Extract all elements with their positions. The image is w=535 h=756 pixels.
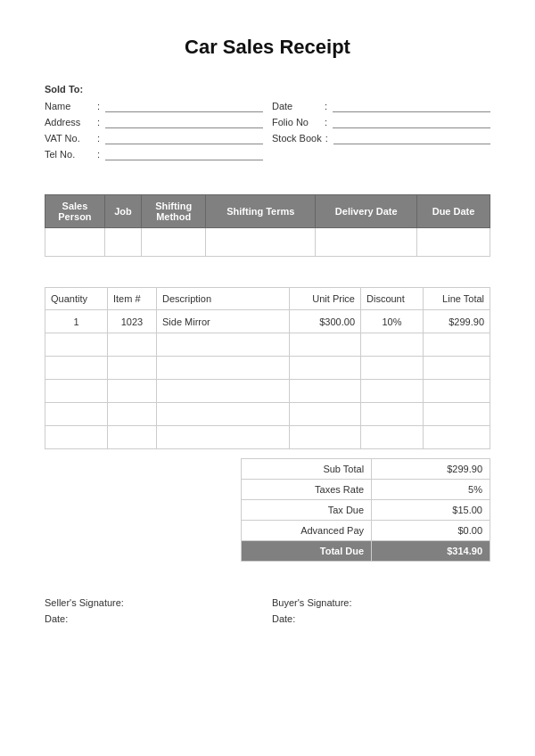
subtotal-label: Sub Total (242, 459, 372, 480)
item-row (45, 426, 490, 449)
page-title: Car Sales Receipt (45, 36, 490, 59)
col-description: Description (157, 288, 290, 310)
sold-to-section: Sold To: Name : Address : VAT No. : Tel … (45, 84, 490, 164)
item-qty: 1 (45, 310, 108, 333)
col-shifting-method: ShiftingMethod (142, 195, 206, 228)
total-due-row: Total Due $314.90 (242, 541, 490, 562)
item-row (45, 403, 490, 426)
buyer-date-label: Date: (272, 613, 490, 624)
item-num: 1023 (108, 310, 157, 333)
item-desc: Side Mirror (157, 310, 290, 333)
total-due-value: $314.90 (372, 541, 490, 562)
name-input[interactable] (105, 100, 263, 112)
items-table: Quantity Item # Description Unit Price D… (45, 287, 490, 449)
col-unit-price: Unit Price (290, 288, 361, 310)
col-due-date: Due Date (417, 195, 490, 228)
date-field-row: Date : (272, 100, 490, 112)
col-item-num: Item # (108, 288, 157, 310)
stockbook-field-row: Stock Book : (272, 132, 490, 144)
col-line-total: Line Total (424, 288, 490, 310)
advanced-pay-label: Advanced Pay (242, 521, 372, 541)
item-line-total: $299.90 (424, 310, 490, 333)
seller-signature-label: Seller's Signature: (45, 597, 263, 608)
item-discount: 10% (361, 310, 424, 333)
vat-label: VAT No. (45, 133, 94, 144)
tax-due-row: Tax Due $15.00 (242, 500, 490, 521)
tel-field-row: Tel No. : (45, 148, 263, 160)
date-label: Date (272, 101, 321, 111)
item-row (45, 380, 490, 403)
taxes-rate-label: Taxes Rate (242, 480, 372, 500)
address-field-row: Address : (45, 116, 263, 128)
stockbook-label: Stock Book (272, 133, 322, 144)
stockbook-input[interactable] (333, 132, 490, 144)
subtotal-row: Sub Total $299.90 (242, 459, 490, 480)
address-input[interactable] (105, 116, 263, 128)
advanced-pay-value: $0.00 (372, 521, 490, 541)
col-quantity: Quantity (45, 288, 108, 310)
col-shifting-terms: Shifting Terms (206, 195, 316, 228)
tax-due-value: $15.00 (372, 500, 490, 521)
name-label: Name (45, 101, 94, 111)
item-row: 1 1023 Side Mirror $300.00 10% $299.90 (45, 310, 490, 333)
buyer-signature-block: Buyer's Signature: Date: (272, 597, 490, 629)
col-discount: Discount (361, 288, 424, 310)
item-row (45, 333, 490, 357)
shipping-row (45, 228, 490, 257)
item-unit-price: $300.00 (290, 310, 361, 333)
address-label: Address (45, 117, 94, 127)
vat-input[interactable] (105, 132, 263, 144)
sold-to-heading: Sold To: (45, 84, 490, 94)
seller-signature-block: Seller's Signature: Date: (45, 597, 263, 629)
signatures-section: Seller's Signature: Date: Buyer's Signat… (45, 597, 490, 629)
tax-due-label: Tax Due (242, 500, 372, 521)
shipping-table: SalesPerson Job ShiftingMethod Shifting … (45, 194, 490, 257)
name-field-row: Name : (45, 100, 263, 112)
taxes-rate-row: Taxes Rate 5% (242, 480, 490, 500)
subtotal-value: $299.90 (372, 459, 490, 480)
folio-label: Folio No (272, 117, 321, 127)
totals-table: Sub Total $299.90 Taxes Rate 5% Tax Due … (241, 458, 490, 562)
buyer-signature-label: Buyer's Signature: (272, 597, 490, 608)
totals-section: Sub Total $299.90 Taxes Rate 5% Tax Due … (45, 458, 490, 562)
total-due-label: Total Due (242, 541, 372, 562)
taxes-rate-value: 5% (372, 480, 490, 500)
advanced-pay-row: Advanced Pay $0.00 (242, 521, 490, 541)
vat-field-row: VAT No. : (45, 132, 263, 144)
tel-label: Tel No. (45, 149, 94, 160)
date-input[interactable] (333, 100, 490, 112)
col-job: Job (104, 195, 141, 228)
tel-input[interactable] (105, 148, 263, 160)
col-delivery-date: Delivery Date (316, 195, 417, 228)
seller-date-label: Date: (45, 613, 263, 624)
col-sales-person: SalesPerson (45, 195, 105, 228)
folio-input[interactable] (333, 116, 490, 128)
folio-field-row: Folio No : (272, 116, 490, 128)
item-row (45, 357, 490, 380)
